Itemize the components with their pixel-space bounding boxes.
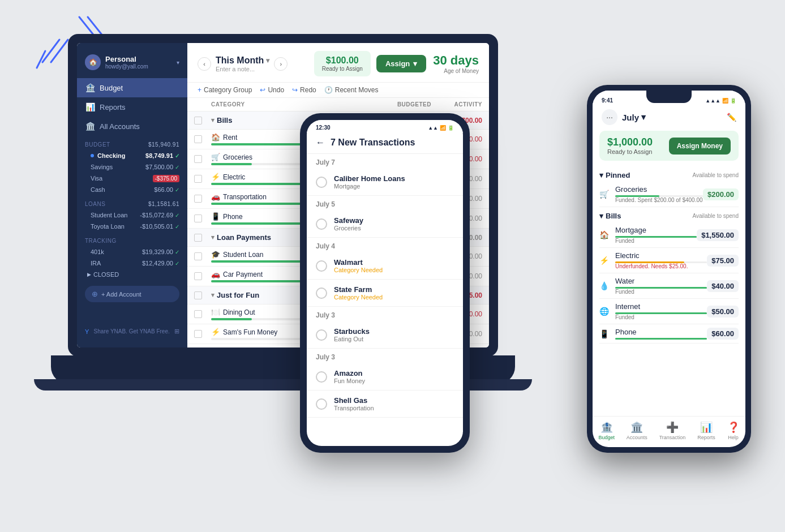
- prev-month-button[interactable]: ‹: [198, 57, 211, 71]
- edit-button[interactable]: ✏️: [727, 113, 736, 122]
- add-account-button[interactable]: ⊕ + Add Account: [85, 286, 179, 302]
- sidebar-closed-section[interactable]: ▶ CLOSED: [77, 269, 187, 280]
- pinned-section-title: ▾ Pinned: [599, 171, 630, 179]
- undo-button[interactable]: ↩ Undo: [260, 86, 284, 94]
- mortgage-info: Mortgage Funded: [615, 226, 697, 244]
- row-checkbox[interactable]: [194, 175, 202, 183]
- sidebar-item-budget-label: Budget: [100, 84, 123, 92]
- phone2-budget-row-electric[interactable]: ⚡ Electric Underfunded. Needs $25.00. $7…: [599, 248, 739, 273]
- recent-moves-button[interactable]: 🕐 Recent Moves: [324, 86, 379, 94]
- phone1-status-bar: 12:30 ▲▲ 📶 🔋: [307, 120, 463, 133]
- redo-button[interactable]: ↪ Redo: [292, 86, 316, 94]
- electric-icon: ⚡: [599, 256, 611, 265]
- nav-item-budget[interactable]: 🏦 Budget: [598, 421, 615, 440]
- assign-button[interactable]: Assign ▾: [376, 55, 426, 72]
- phone1-header: ← 7 New Transactions: [307, 133, 463, 154]
- date-header-july4: July 4: [307, 238, 463, 252]
- sidebar-account-401k[interactable]: 401k $19,329.00 ✓: [77, 246, 187, 258]
- phone2-budget-list: ▾ Pinned Available to spend 🛒 Groceries …: [593, 166, 745, 416]
- chevron-down-icon: ▾: [641, 112, 646, 122]
- sidebar-item-all-accounts[interactable]: 🏛️ All Accounts: [77, 117, 187, 136]
- sidebar-account-visa[interactable]: Visa -$375.00: [77, 173, 187, 184]
- sidebar-item-reports[interactable]: 📊 Reports: [77, 97, 187, 117]
- budget-icon: 🏦: [85, 83, 95, 92]
- phone2-budget-row-water[interactable]: 💧 Water Funded $40.00: [599, 273, 739, 299]
- transaction-caliber[interactable]: Caliber Home Loans Mortgage: [307, 169, 463, 196]
- sidebar-account-cash[interactable]: Cash $66.00 ✓: [77, 184, 187, 195]
- nav-item-accounts[interactable]: 🏛️ Accounts: [627, 421, 647, 440]
- phone2-bottom-nav: 🏦 Budget 🏛️ Accounts ➕ Transaction 📊 Rep…: [593, 416, 745, 447]
- phone2-budget-row-groceries[interactable]: 🛒 Groceries Funded. Spent $200.00 of $40…: [599, 182, 739, 207]
- row-checkbox[interactable]: [194, 214, 202, 222]
- transaction-info: Walmart Category Needed: [334, 258, 454, 273]
- transaction-info: Shell Gas Transportation: [334, 396, 454, 411]
- transaction-info: Amazon Fun Money: [334, 369, 454, 384]
- phone2-header-left: ··· July ▾: [602, 109, 646, 125]
- nav-item-help[interactable]: ❓ Help: [727, 421, 740, 440]
- phone2-budget-row-mortgage[interactable]: 🏠 Mortgage Funded $1,550.00: [599, 222, 739, 248]
- transaction-shell[interactable]: Shell Gas Transportation: [307, 391, 463, 418]
- row-checkbox[interactable]: [194, 330, 202, 338]
- next-month-button[interactable]: ›: [274, 57, 288, 71]
- month-note[interactable]: Enter a note...: [216, 66, 269, 72]
- date-header-july7: July 7: [307, 154, 463, 169]
- row-checkbox[interactable]: [194, 135, 202, 143]
- phone-icon: 📱: [599, 329, 611, 338]
- transport-icon: 🚗: [211, 192, 220, 201]
- electric-amount: $75.00: [707, 255, 739, 267]
- groceries-amount: $200.00: [703, 188, 739, 200]
- phone2-section-pinned: ▾ Pinned Available to spend: [599, 166, 739, 182]
- row-checkbox[interactable]: [194, 195, 202, 203]
- sidebar-brand[interactable]: 🏠 Personal howdy@yall.com ▾: [77, 50, 187, 78]
- group-checkbox[interactable]: [194, 117, 202, 125]
- transaction-radio[interactable]: [316, 177, 327, 188]
- transaction-info: Starbucks Eating Out: [334, 327, 454, 342]
- phone2-budget-row-internet[interactable]: 🌐 Internet Funded $50.00: [599, 299, 739, 324]
- nav-item-transaction[interactable]: ➕ Transaction: [659, 421, 686, 440]
- chevron-down-icon: ▾: [266, 57, 269, 65]
- all-accounts-icon: 🏛️: [85, 122, 95, 131]
- account-bullet-icon: [91, 154, 94, 157]
- transaction-state-farm[interactable]: State Farm Category Needed: [307, 280, 463, 307]
- sidebar-item-budget[interactable]: 🏦 Budget: [77, 78, 187, 97]
- assign-money-button[interactable]: Assign Money: [669, 138, 731, 155]
- sidebar-account-ira[interactable]: IRA $12,429.00 ✓: [77, 258, 187, 269]
- sidebar-account-toyota-loan[interactable]: Toyota Loan -$10,505.01 ✓: [77, 221, 187, 232]
- transaction-starbucks[interactable]: Starbucks Eating Out: [307, 321, 463, 349]
- back-button[interactable]: ←: [316, 138, 325, 148]
- transaction-radio[interactable]: [316, 371, 327, 383]
- nav-item-reports[interactable]: 📊 Reports: [697, 421, 715, 440]
- phone-amount: $60.00: [707, 328, 739, 340]
- sidebar-section-budget-label: BUDGET $15,940.91: [77, 136, 187, 150]
- sidebar-account-checking[interactable]: Checking $8,749.91 ✓: [77, 150, 187, 161]
- chevron-down-icon: ▾: [599, 171, 603, 179]
- transaction-safeway[interactable]: Safeway Groceries: [307, 211, 463, 238]
- transaction-radio[interactable]: [316, 288, 327, 299]
- check-icon: ✓: [175, 164, 179, 170]
- phone2-notch: [646, 91, 692, 103]
- sidebar-account-student-loan[interactable]: Student Loan -$15,072.69 ✓: [77, 209, 187, 221]
- transaction-amazon[interactable]: Amazon Fun Money: [307, 363, 463, 391]
- sidebar-account-savings[interactable]: Savings $7,500.00 ✓: [77, 161, 187, 173]
- phone2: 9:41 ▲▲▲ 📶 🔋 ··· July ▾ ✏️ $1,000.00 Re: [587, 85, 751, 453]
- transaction-radio[interactable]: [316, 260, 327, 272]
- transaction-radio[interactable]: [316, 329, 327, 341]
- check-icon: ✓: [175, 153, 179, 159]
- row-checkbox[interactable]: [194, 272, 202, 280]
- transaction-radio[interactable]: [316, 218, 327, 230]
- transaction-walmart[interactable]: Walmart Category Needed: [307, 252, 463, 280]
- row-checkbox[interactable]: [194, 252, 202, 260]
- category-group-button[interactable]: + Category Group: [198, 86, 252, 94]
- row-checkbox[interactable]: [194, 310, 202, 318]
- phone1-transaction-list: July 7 Caliber Home Loans Mortgage July …: [307, 154, 463, 446]
- month-navigation: ‹ This Month ▾ Enter a note... ›: [198, 55, 288, 72]
- sidebar-brand-email: howdy@yall.com: [105, 63, 177, 70]
- transaction-radio[interactable]: [316, 398, 327, 410]
- battery-icon: 🔋: [448, 125, 454, 131]
- phone2-budget-row-phone[interactable]: 📱 Phone $60.00: [599, 324, 739, 344]
- row-checkbox[interactable]: [194, 155, 202, 163]
- group-checkbox[interactable]: [194, 291, 202, 299]
- group-checkbox[interactable]: [194, 234, 202, 242]
- check-icon: ✓: [175, 224, 179, 230]
- menu-button[interactable]: ···: [602, 109, 617, 125]
